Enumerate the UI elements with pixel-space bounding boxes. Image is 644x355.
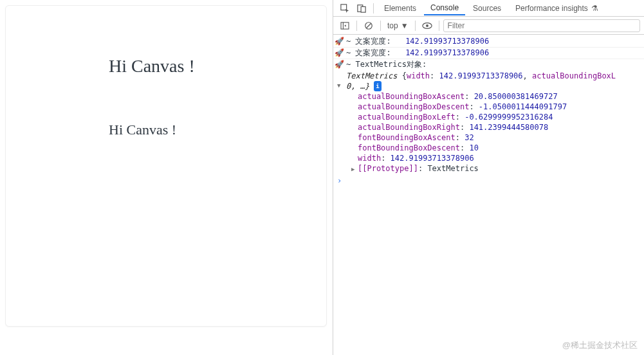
object-property-row[interactable]: width: 142.91993713378906: [358, 153, 644, 163]
proto-value: TextMetrics: [427, 164, 478, 173]
svg-rect-2: [361, 6, 365, 12]
log-spacer: [394, 48, 403, 58]
chevron-down-icon: ▼: [401, 21, 409, 30]
prop-key: actualBoundingBoxLeft: [358, 113, 455, 122]
prop-value: -1.0500011444091797: [479, 102, 567, 111]
prop-value: 141.2399444580078: [469, 123, 548, 132]
object-property-row[interactable]: actualBoundingBoxLeft: -0.62999999523162…: [358, 112, 644, 122]
prompt-chevron-icon: ›: [337, 176, 342, 185]
svg-line-6: [367, 23, 371, 28]
prop-key: fontBoundingBoxDescent: [358, 143, 460, 152]
separator: [356, 21, 357, 31]
info-badge-icon[interactable]: i: [374, 81, 381, 91]
tab-console[interactable]: Console: [424, 1, 465, 15]
object-property-row[interactable]: actualBoundingBoxDescent: -1.05000114440…: [358, 102, 644, 112]
log-value: 142.91993713378906: [405, 48, 489, 58]
log-value: 142.91993713378906: [405, 36, 489, 46]
clear-console-icon[interactable]: [361, 19, 376, 33]
prop-value: 10: [469, 143, 478, 152]
console-object-summary[interactable]: TextMetrics {width: 142.91993713378906, …: [333, 71, 644, 91]
console-output: 🚀 ~ 文案宽度: 142.91993713378906 🚀 ~ 文案宽度: 1…: [333, 35, 644, 355]
tab-label: Performance insights: [515, 4, 588, 13]
chevron-down-icon[interactable]: [337, 80, 344, 91]
context-selector[interactable]: top ▼: [385, 21, 411, 30]
tab-elements[interactable]: Elements: [378, 1, 423, 15]
console-log-row[interactable]: 🚀 ~ TextMetrics对象:: [333, 59, 644, 71]
object-tree: actualBoundingBoxAscent: 20.850000381469…: [333, 91, 644, 174]
console-log-row[interactable]: 🚀 ~ 文案宽度: 142.91993713378906: [333, 36, 644, 48]
tab-sources[interactable]: Sources: [466, 1, 508, 15]
prop-value: 142.91993713378906: [439, 71, 523, 80]
devtools-panel: Elements Console Sources Performance ins…: [333, 0, 644, 355]
watermark: @稀土掘金技术社区: [562, 340, 638, 351]
inspect-element-icon[interactable]: [337, 1, 353, 15]
prop-key: actualBoundingBoxDescent: [358, 102, 469, 111]
summary-text: TextMetrics {width: 142.91993713378906, …: [346, 71, 616, 91]
chevron-right-icon[interactable]: [351, 163, 358, 174]
devtools-tabbar: Elements Console Sources Performance ins…: [333, 0, 644, 17]
flask-icon: ⚗: [591, 4, 598, 13]
prop-key: width: [358, 154, 381, 163]
console-prompt[interactable]: ›: [333, 174, 644, 187]
rocket-icon: 🚀: [335, 59, 344, 69]
page-left: Hi Canvas ! Hi Canvas !: [0, 0, 333, 355]
filter-input[interactable]: [443, 19, 640, 32]
prop-value: 20.850000381469727: [474, 92, 558, 101]
object-property-row[interactable]: fontBoundingBoxDescent: 10: [358, 143, 644, 153]
separator: [373, 3, 374, 14]
tab-performance-insights[interactable]: Performance insights ⚗: [509, 1, 605, 15]
svg-point-8: [426, 24, 428, 27]
log-label: ~ 文案宽度:: [346, 36, 391, 46]
console-toolbar: top ▼: [333, 17, 644, 35]
canvas-text-2: Hi Canvas !: [109, 122, 176, 138]
console-log-row[interactable]: 🚀 ~ 文案宽度: 142.91993713378906: [333, 48, 644, 59]
summary-cont: 0, …}: [346, 82, 369, 91]
object-property-row[interactable]: actualBoundingBoxRight: 141.239944458007…: [358, 122, 644, 132]
context-label: top: [387, 21, 398, 30]
rocket-icon: 🚀: [335, 36, 344, 46]
prop-key: width: [407, 71, 430, 80]
log-label: ~ TextMetrics对象:: [346, 59, 427, 69]
prop-value: 142.91993713378906: [391, 154, 474, 163]
separator: [380, 21, 381, 31]
object-property-row[interactable]: actualBoundingBoxAscent: 20.850000381469…: [358, 91, 644, 102]
canvas-text-1: Hi Canvas !: [109, 56, 195, 77]
console-sidebar-toggle-icon[interactable]: [337, 19, 353, 33]
live-expression-icon[interactable]: [419, 19, 435, 33]
prop-key-truncated: actualBoundingBoxL: [532, 71, 616, 80]
proto-key: [[Prototype]]: [358, 164, 418, 173]
object-prototype-row[interactable]: [[Prototype]]: TextMetrics: [358, 163, 644, 174]
log-label: ~ 文案宽度:: [346, 48, 391, 58]
prop-key: actualBoundingBoxAscent: [358, 92, 465, 101]
separator: [439, 21, 439, 31]
object-property-row[interactable]: fontBoundingBoxAscent: 32: [358, 132, 644, 143]
prop-value: 32: [465, 133, 474, 142]
canvas-element[interactable]: Hi Canvas ! Hi Canvas !: [5, 5, 327, 327]
separator: [415, 21, 416, 31]
prop-key: fontBoundingBoxAscent: [358, 133, 455, 142]
device-toolbar-icon[interactable]: [354, 1, 369, 15]
prop-key: actualBoundingBoxRight: [358, 123, 460, 132]
class-name: TextMetrics: [346, 71, 402, 80]
prop-value: -0.6299999952316284: [465, 113, 553, 122]
log-spacer: [394, 36, 403, 46]
rocket-icon: 🚀: [335, 48, 344, 58]
